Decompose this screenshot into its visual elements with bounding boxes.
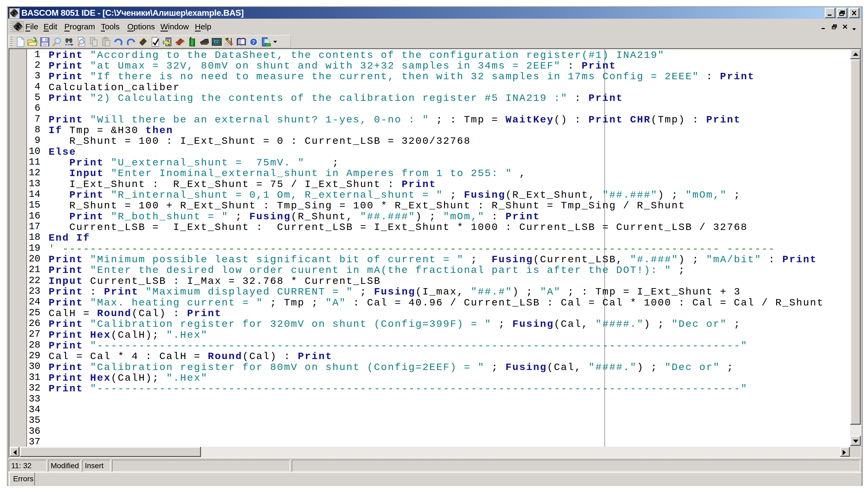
svg-text:Sim: Sim <box>174 38 185 46</box>
svg-text:LCD: LCD <box>213 40 221 44</box>
svg-text:?: ? <box>252 39 255 45</box>
